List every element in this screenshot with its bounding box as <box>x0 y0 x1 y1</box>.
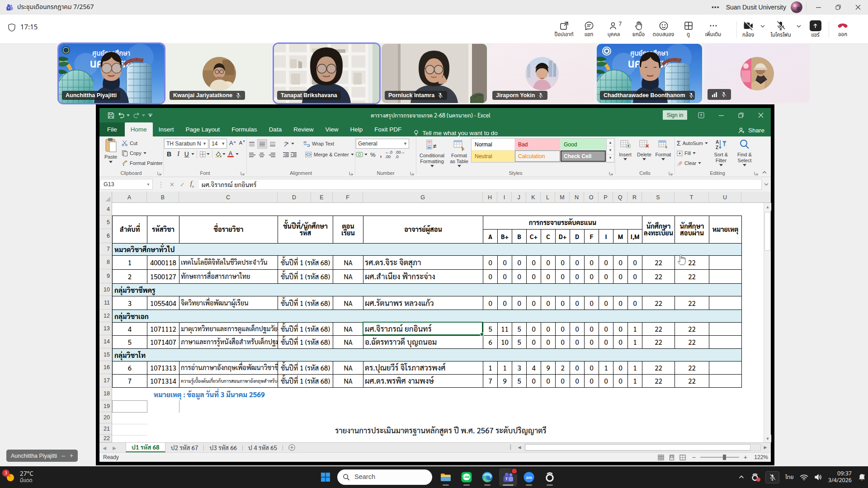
sheet-cell[interactable]: 22 <box>675 375 709 388</box>
sheet-cell[interactable]: ชั้นปีที่/นักศึกษารหัส <box>278 216 333 244</box>
sheet-cell[interactable]: 7 <box>113 375 147 388</box>
sheet-cell[interactable]: 5 <box>512 323 527 336</box>
col-header-A[interactable]: A <box>112 192 147 203</box>
col-header-O[interactable]: O <box>584 192 599 203</box>
hscroll-left-arrow[interactable]: ◀ <box>516 444 523 451</box>
sheet-cell[interactable]: 0 <box>512 256 527 270</box>
scroll-down-arrow[interactable]: ▼ <box>764 435 771 442</box>
col-header-J[interactable]: J <box>512 192 526 203</box>
teams-app-icon[interactable]: T <box>499 468 517 486</box>
borders-button[interactable] <box>199 151 206 158</box>
sheet-cell[interactable]: รศ.ดร.จิระ จิตสุภา <box>363 256 483 270</box>
sheet-cell[interactable]: NA <box>333 361 363 375</box>
sheet-cell[interactable]: C+ <box>527 230 541 244</box>
tray-clock[interactable]: 09:37 3/4/2026 <box>828 470 852 484</box>
page-layout-view-icon[interactable] <box>669 455 675 460</box>
user-avatar[interactable] <box>791 1 802 13</box>
sheet-cell[interactable]: 0 <box>585 375 599 388</box>
redo-chevron[interactable] <box>142 114 145 117</box>
line-app-icon[interactable]: LINE <box>458 468 476 486</box>
sheet-cell[interactable]: ชั้นปีที่ 1 (รหัส 68) <box>278 256 333 270</box>
styles-more[interactable]: ▼ <box>607 155 614 162</box>
video-tile-pornluck-intamra[interactable]: Pornluck Intamra <box>382 44 487 103</box>
col-header-T[interactable]: T <box>675 192 709 203</box>
zoom-percent[interactable]: 122% <box>752 454 768 460</box>
underline-button[interactable]: U <box>183 150 191 158</box>
sheet-cell[interactable]: ลำดับที่ <box>113 216 147 244</box>
decrease-indent-icon[interactable] <box>283 151 289 158</box>
cells-dialog-launcher[interactable] <box>669 171 673 175</box>
percent-icon[interactable]: % <box>369 151 377 158</box>
sheet-tab-3[interactable]: ป3 รหัส 66 <box>204 443 242 452</box>
cell-style-good[interactable]: Good <box>561 139 606 150</box>
share-button[interactable]: แชร์ <box>803 16 828 42</box>
sheet-cell[interactable]: I,M <box>628 230 642 244</box>
formula-expand-chevron[interactable] <box>762 183 771 186</box>
cell-style-check-cell[interactable]: Check Cell <box>561 150 606 162</box>
sheet-cell[interactable]: ผศ.สำเนียง ฟ้ากระจ่าง <box>363 270 483 284</box>
sheet-cell[interactable]: การกระจายระดับคะแนน <box>483 216 642 230</box>
sheet-cell[interactable]: 1055404 <box>147 296 179 310</box>
row-header-5[interactable]: 5 <box>99 216 112 229</box>
sheet-cell[interactable]: การอ่านภาษาอังกฤษเพื่อพัฒนาวิชาชี <box>179 361 278 375</box>
camera-options-chevron[interactable] <box>759 13 767 39</box>
conditional-formatting-button[interactable]: ≠ Conditional Formatting <box>417 136 447 169</box>
sheet-cell[interactable]: 0 <box>483 270 498 284</box>
undo-chevron[interactable] <box>127 114 130 117</box>
sheet-cell[interactable] <box>709 361 742 375</box>
collapse-ribbon-chevron[interactable] <box>762 170 767 174</box>
sheet-cell[interactable]: NA <box>333 375 363 388</box>
sheet-cell[interactable]: ชั้นปีที่ 1 (รหัส 68) <box>278 336 333 349</box>
format-as-table-button[interactable]: Format as Table <box>447 136 471 169</box>
menu-home[interactable]: Home <box>125 122 153 136</box>
sheet-cell[interactable]: กลุ่มวิชาชีพครู <box>113 284 742 296</box>
maximize-button[interactable] <box>828 0 848 14</box>
titlebar-more-icon[interactable]: ••• <box>712 3 720 12</box>
increase-decimal-icon[interactable]: ←.0.00 <box>385 150 392 159</box>
sheet-cell[interactable]: 2 <box>556 361 570 375</box>
sheet-tab-1[interactable]: ป1 รหัส 68 <box>126 443 165 452</box>
mic-options-chevron[interactable] <box>795 13 803 39</box>
row-header-14[interactable]: 14 <box>99 335 112 348</box>
menu-review[interactable]: Review <box>288 122 319 136</box>
sheet-cell[interactable]: ชั้นปีที่ 1 (รหัส 68) <box>278 296 333 310</box>
row-header-20[interactable]: 20 <box>99 412 112 423</box>
sheet-cell[interactable]: 5 <box>512 336 527 349</box>
sheet-cell[interactable]: 0 <box>599 336 613 349</box>
react-button[interactable]: ตอบสนอง <box>651 16 676 42</box>
grow-font-icon[interactable]: A▲ <box>228 139 238 149</box>
sheet-cell[interactable]: ดร.ปุณยวีร์ จิโรภาสวรพงศ์ <box>363 361 483 375</box>
sheet-cell[interactable]: A <box>483 230 498 244</box>
menu-data[interactable]: Data <box>263 122 288 136</box>
sheet-cell[interactable]: NA <box>333 336 363 349</box>
video-tile-tanapat-brikshavana[interactable]: Tanapat Brikshavana <box>274 44 379 103</box>
sheet-cell[interactable]: 4000118 <box>147 256 179 270</box>
menu-help[interactable]: Help <box>344 122 368 136</box>
sheet-cell[interactable]: 0 <box>498 270 512 284</box>
row-header-13[interactable]: 13 <box>99 322 112 335</box>
row-header-7[interactable]: 7 <box>99 243 112 255</box>
sheet-cell[interactable]: 0 <box>585 361 599 375</box>
row-header-12[interactable]: 12 <box>99 310 112 322</box>
sheet-cell[interactable]: 0 <box>527 296 541 310</box>
menu-foxit-pdf[interactable]: Foxit PDF <box>368 122 407 136</box>
sheet-cell[interactable]: 0 <box>556 375 570 388</box>
row-header-10[interactable]: 10 <box>99 283 112 296</box>
sheet-cell[interactable]: ชื่อรายวิชา <box>179 216 278 244</box>
clipboard-dialog-launcher[interactable] <box>157 171 161 175</box>
sheet-cell[interactable]: 0 <box>585 270 599 284</box>
weather-widget[interactable]: 3 27°Cมีแดด <box>5 471 33 483</box>
leave-button[interactable]: ออก <box>830 16 855 42</box>
increase-indent-icon[interactable] <box>290 151 297 158</box>
styles-scroll-down[interactable]: ▼ <box>607 146 614 154</box>
view-button[interactable]: ดู <box>676 16 701 42</box>
col-header-I[interactable]: I <box>497 192 512 203</box>
excel-restore-button[interactable] <box>731 108 751 122</box>
fill-button[interactable]: Fill <box>675 148 709 158</box>
sheet-cell[interactable]: 0 <box>570 323 585 336</box>
zoom-app-icon[interactable]: zm <box>520 468 538 486</box>
cell-style-neutral[interactable]: Neutral <box>472 150 515 162</box>
sheet-cell[interactable]: นักศึกษาสอบผ่าน <box>675 216 709 244</box>
sheet-cell[interactable]: 3 <box>113 296 147 310</box>
sheet-cell[interactable]: 1 <box>628 361 642 375</box>
